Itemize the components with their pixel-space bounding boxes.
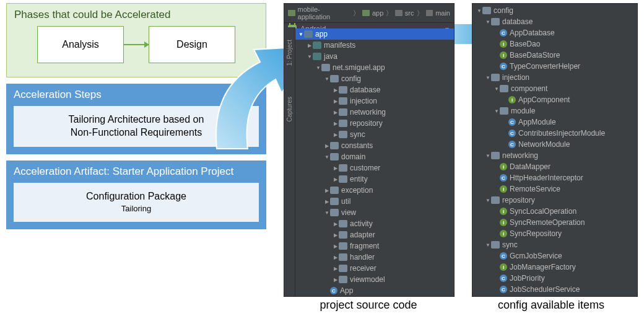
tree-node[interactable]: injection bbox=[295, 95, 454, 107]
tree-node[interactable]: app bbox=[295, 29, 454, 40]
tree-twisty-icon[interactable] bbox=[333, 121, 339, 126]
tree-twisty-icon[interactable] bbox=[324, 143, 330, 149]
tree-node[interactable]: CApp bbox=[295, 285, 454, 296]
tree-node[interactable]: CGcmJobService bbox=[472, 250, 637, 262]
tree-node[interactable]: CAppModule bbox=[472, 117, 637, 128]
tree-node[interactable]: customer bbox=[295, 162, 454, 174]
tree-twisty-icon[interactable] bbox=[333, 110, 339, 115]
tree-node[interactable]: networking bbox=[472, 150, 637, 161]
tree-node[interactable]: repository bbox=[295, 118, 454, 129]
tree-node[interactable]: receiver bbox=[295, 263, 454, 274]
tree-twisty-icon[interactable] bbox=[324, 188, 330, 193]
tree-twisty-icon[interactable] bbox=[333, 244, 339, 249]
tree-node[interactable]: IDataMapper bbox=[472, 161, 637, 172]
folder-icon bbox=[339, 86, 347, 94]
tree-node[interactable]: CNetworkModule bbox=[472, 139, 637, 150]
crumb[interactable]: src bbox=[405, 9, 414, 17]
side-tab-captures[interactable]: Captures bbox=[286, 97, 293, 122]
tree-node[interactable]: handler bbox=[295, 252, 454, 263]
tree-node[interactable]: repository bbox=[472, 195, 637, 206]
tree-twisty-icon[interactable] bbox=[333, 99, 339, 104]
tree-node[interactable]: adapter bbox=[295, 229, 454, 240]
tree-twisty-icon[interactable] bbox=[494, 108, 500, 114]
tree-node[interactable]: IJobManagerFactory bbox=[472, 262, 637, 273]
crumb[interactable]: main bbox=[435, 9, 450, 17]
tree-node[interactable]: manifests bbox=[295, 40, 454, 51]
tree-node[interactable]: module bbox=[472, 105, 637, 117]
tree-node-label: DataMapper bbox=[510, 162, 550, 171]
tree-node[interactable]: ISyncRemoteOperation bbox=[472, 217, 637, 228]
tree-node[interactable]: ISyncEventBus bbox=[472, 295, 637, 296]
tree-twisty-icon[interactable] bbox=[333, 277, 339, 283]
tree-twisty-icon[interactable] bbox=[333, 87, 339, 93]
tree-node[interactable]: IAppComponent bbox=[472, 94, 637, 105]
tree-twisty-icon[interactable] bbox=[485, 242, 491, 248]
tree-node[interactable]: ISyncLocalOperation bbox=[472, 206, 637, 217]
tree-twisty-icon[interactable] bbox=[324, 76, 330, 82]
tree-node[interactable]: domain bbox=[295, 151, 454, 162]
tree-twisty-icon[interactable] bbox=[485, 198, 491, 203]
tree-node[interactable]: viewmodel bbox=[295, 274, 454, 285]
tree-twisty-icon[interactable] bbox=[333, 132, 339, 138]
tree-node[interactable]: IBaseDataStore bbox=[472, 50, 637, 61]
tree-node-label: module bbox=[511, 107, 535, 115]
tree-node[interactable]: net.smiguel.app bbox=[295, 62, 454, 73]
tree-twisty-icon[interactable] bbox=[333, 255, 339, 260]
steps-panel: Acceleration Steps Tailoring Architectur… bbox=[6, 84, 266, 154]
tree-twisty-icon[interactable] bbox=[324, 210, 330, 216]
tree-node[interactable]: exception bbox=[295, 185, 454, 196]
folder-icon bbox=[339, 120, 347, 127]
tree-node[interactable]: CJobSchedulerService bbox=[472, 284, 637, 295]
tree-twisty-icon[interactable] bbox=[324, 199, 330, 204]
tree-node[interactable]: config bbox=[472, 5, 637, 16]
tree-twisty-icon[interactable] bbox=[307, 43, 313, 48]
tree-node[interactable]: config bbox=[295, 73, 454, 84]
tree-node-label: sync bbox=[502, 240, 518, 249]
tree-node[interactable]: fragment bbox=[295, 240, 454, 252]
crumb[interactable]: mobile-application bbox=[298, 6, 351, 20]
tree-twisty-icon[interactable] bbox=[333, 221, 339, 227]
tree-node[interactable]: CHttpHeaderInterceptor bbox=[472, 172, 637, 183]
tree-node[interactable]: constants bbox=[295, 140, 454, 151]
tree-node[interactable]: injection bbox=[472, 72, 637, 83]
tree-node[interactable]: entity bbox=[295, 174, 454, 185]
tree-node[interactable]: database bbox=[472, 16, 637, 27]
interface-icon: I bbox=[500, 51, 507, 59]
tree-twisty-icon[interactable] bbox=[485, 19, 491, 25]
tree-node[interactable]: CContributesInjectorModule bbox=[472, 128, 637, 139]
breadcrumb[interactable]: mobile-application〉 app〉 src〉 main bbox=[284, 4, 454, 23]
tree-node[interactable]: component bbox=[472, 83, 637, 94]
tree-twisty-icon[interactable] bbox=[298, 32, 304, 37]
tree-node[interactable]: ISyncRepository bbox=[472, 228, 637, 239]
side-tab-project[interactable]: 1: Project bbox=[286, 40, 293, 66]
tree-twisty-icon[interactable] bbox=[333, 232, 339, 238]
tree-node[interactable]: sync bbox=[472, 239, 637, 250]
tree-twisty-icon[interactable] bbox=[494, 86, 500, 92]
tree-node[interactable]: IRemoteService bbox=[472, 183, 637, 195]
tree-twisty-icon[interactable] bbox=[333, 266, 339, 271]
tree-node[interactable]: CAppDatabase bbox=[472, 27, 637, 38]
tree-node[interactable]: view bbox=[295, 207, 454, 218]
tree-node[interactable]: util bbox=[295, 196, 454, 207]
tree-twisty-icon[interactable] bbox=[333, 177, 339, 182]
tree-twisty-icon[interactable] bbox=[324, 154, 330, 160]
tree-node[interactable]: activity bbox=[295, 218, 454, 229]
tree-twisty-icon[interactable] bbox=[485, 75, 491, 81]
project-tree[interactable]: appmanifestsjavanet.smiguel.appconfigdat… bbox=[295, 27, 454, 296]
tree-node[interactable]: CTypeConverterHelper bbox=[472, 61, 637, 72]
tree-node[interactable]: IBaseDao bbox=[472, 38, 637, 50]
tree-node[interactable]: networking bbox=[295, 107, 454, 118]
tree-node[interactable]: sync bbox=[295, 129, 454, 140]
crumb[interactable]: app bbox=[372, 9, 383, 17]
tree-node[interactable]: database bbox=[295, 84, 454, 95]
tree-twisty-icon[interactable] bbox=[476, 8, 482, 14]
tree-node[interactable]: java bbox=[295, 51, 454, 62]
tree-twisty-icon[interactable] bbox=[333, 165, 339, 171]
artifact-box: Configuration Package Tailoring bbox=[14, 183, 259, 222]
tree-node[interactable]: CJobPriority bbox=[472, 273, 637, 284]
tree-twisty-icon[interactable] bbox=[307, 54, 313, 59]
tree-node-label: AppModule bbox=[518, 118, 556, 126]
tree-twisty-icon[interactable] bbox=[485, 153, 491, 159]
tree-twisty-icon[interactable] bbox=[315, 65, 321, 71]
config-tree[interactable]: configdatabaseCAppDatabaseIBaseDaoIBaseD… bbox=[472, 4, 637, 296]
